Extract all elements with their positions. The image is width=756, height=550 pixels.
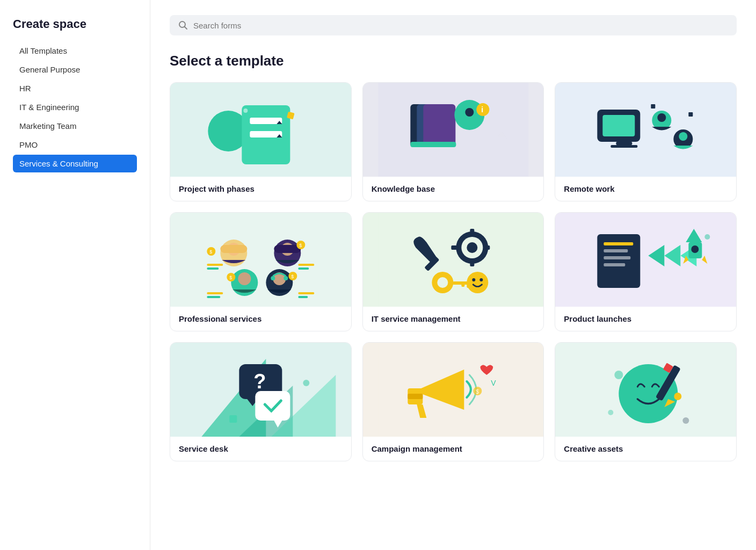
template-illustration-remote-work: [555, 83, 736, 177]
sidebar-item-general-purpose[interactable]: General Purpose: [13, 61, 137, 78]
svg-rect-15: [410, 142, 456, 147]
svg-point-115: [674, 393, 682, 400]
svg-text:?: ?: [253, 370, 266, 393]
svg-rect-61: [378, 213, 528, 307]
svg-rect-24: [616, 142, 633, 145]
svg-rect-46: [298, 267, 309, 270]
template-card-remote-work[interactable]: Remote work: [555, 82, 737, 201]
svg-rect-7: [250, 131, 282, 138]
svg-rect-99: [229, 415, 237, 423]
svg-point-76: [472, 278, 475, 281]
svg-text:$: $: [229, 275, 232, 280]
svg-rect-60: [298, 296, 308, 298]
template-card-knowledge-base[interactable]: i Knowledge base: [362, 82, 544, 201]
svg-rect-82: [604, 256, 631, 259]
svg-rect-35: [220, 245, 247, 253]
sidebar-item-marketing-team[interactable]: Marketing Team: [13, 117, 137, 135]
template-label-campaign-management: Campaign management: [363, 437, 544, 461]
sidebar-item-pmo[interactable]: PMO: [13, 136, 137, 154]
svg-rect-78: [571, 213, 721, 307]
template-card-it-service-management[interactable]: IT service management: [362, 212, 544, 331]
svg-rect-14: [423, 104, 455, 147]
svg-text:V: V: [491, 379, 496, 387]
svg-rect-83: [604, 263, 626, 266]
svg-point-10: [243, 108, 248, 113]
template-label-it-service-management: IT service management: [363, 307, 544, 331]
sidebar: Create space All TemplatesGeneral Purpos…: [0, 0, 150, 550]
svg-rect-68: [451, 245, 457, 250]
svg-point-71: [437, 277, 448, 288]
svg-point-77: [479, 278, 483, 281]
template-illustration-project-phases: [170, 83, 351, 177]
template-card-creative-assets[interactable]: Creative assets: [555, 342, 737, 461]
search-input[interactable]: [193, 21, 728, 30]
template-card-campaign-management[interactable]: V $ Campaign management: [362, 342, 544, 461]
template-label-remote-work: Remote work: [555, 177, 736, 201]
svg-text:$: $: [291, 274, 294, 279]
svg-rect-66: [470, 229, 474, 235]
svg-point-88: [692, 245, 699, 253]
svg-rect-59: [298, 292, 314, 294]
template-illustration-it-service-management: [363, 213, 544, 307]
svg-rect-80: [604, 242, 634, 245]
template-card-service-desk[interactable]: ? Service desk: [170, 342, 352, 461]
sidebar-item-it-engineering[interactable]: IT & Engineering: [13, 98, 137, 116]
sidebar-item-services-consulting[interactable]: Services & Consulting: [13, 155, 137, 172]
svg-rect-81: [604, 249, 628, 252]
section-title: Select a template: [170, 53, 737, 69]
svg-rect-103: [408, 394, 423, 399]
template-illustration-professional-services: $ $ $ $: [170, 213, 351, 307]
svg-rect-52: [207, 296, 220, 298]
svg-text:$: $: [209, 249, 212, 255]
template-illustration-service-desk: ?: [170, 343, 351, 437]
sidebar-title: Create space: [13, 17, 137, 31]
template-grid: Project with phases i Knowledge base Rem…: [170, 82, 737, 461]
svg-point-55: [271, 276, 275, 280]
svg-line-1: [185, 27, 187, 30]
svg-rect-21: [571, 83, 721, 177]
template-label-project-phases: Project with phases: [170, 177, 351, 201]
svg-rect-45: [298, 264, 314, 266]
template-label-creative-assets: Creative assets: [555, 437, 736, 461]
svg-rect-25: [611, 145, 638, 148]
svg-point-114: [608, 410, 614, 415]
template-illustration-product-launches: [555, 213, 736, 307]
sidebar-nav: All TemplatesGeneral PurposeHRIT & Engin…: [13, 42, 137, 172]
svg-rect-23: [603, 115, 635, 136]
svg-point-56: [284, 276, 288, 280]
template-illustration-creative-assets: [555, 343, 736, 437]
template-label-professional-services: Professional services: [170, 307, 351, 331]
svg-point-108: [619, 364, 678, 423]
svg-rect-67: [470, 260, 474, 266]
svg-text:$: $: [476, 389, 479, 395]
template-card-product-launches[interactable]: Product launches: [555, 212, 737, 331]
svg-point-113: [683, 417, 689, 424]
svg-rect-97: [255, 391, 290, 421]
svg-rect-74: [461, 281, 464, 287]
svg-point-89: [705, 234, 710, 240]
main-content: Select a template Project with phases i …: [150, 0, 756, 550]
svg-rect-37: [207, 267, 219, 270]
svg-point-75: [467, 272, 488, 293]
svg-rect-5: [250, 118, 282, 124]
template-illustration-campaign-management: V $: [363, 343, 544, 437]
sidebar-item-hr[interactable]: HR: [13, 79, 137, 97]
template-label-service-desk: Service desk: [170, 437, 351, 461]
search-bar: [170, 15, 737, 35]
search-icon: [178, 20, 188, 30]
svg-rect-31: [689, 112, 693, 117]
svg-rect-69: [483, 245, 490, 250]
template-label-product-launches: Product launches: [555, 307, 736, 331]
svg-point-48: [238, 272, 251, 285]
svg-rect-51: [207, 292, 223, 294]
svg-point-29: [679, 132, 688, 141]
svg-text:i: i: [481, 105, 483, 114]
sidebar-item-all-templates[interactable]: All Templates: [13, 42, 137, 60]
template-illustration-knowledge-base: i: [363, 83, 544, 177]
template-label-knowledge-base: Knowledge base: [363, 177, 544, 201]
template-card-professional-services[interactable]: $ $ $ $ Professional services: [170, 212, 352, 331]
svg-rect-36: [207, 264, 223, 266]
svg-text:$: $: [299, 243, 302, 248]
template-card-project-phases[interactable]: Project with phases: [170, 82, 352, 201]
svg-rect-30: [651, 104, 656, 108]
